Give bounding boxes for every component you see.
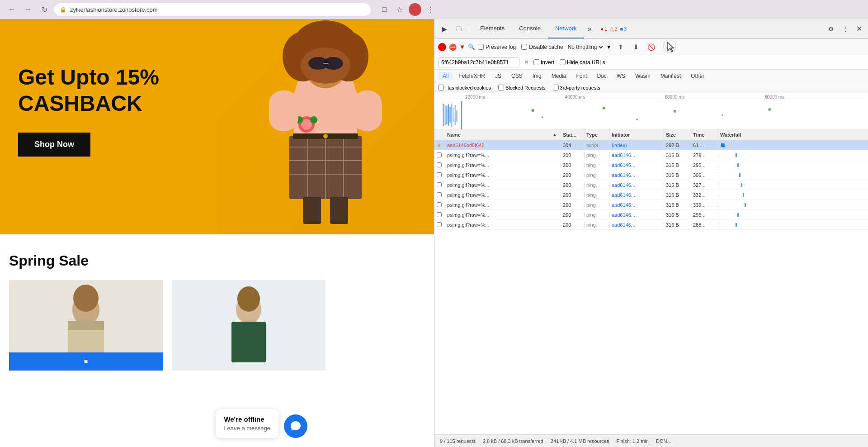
forward-button[interactable]: → (22, 3, 34, 16)
extensions-button[interactable]: □ (378, 3, 391, 16)
row-time: 61 ... (691, 143, 718, 148)
row-checkbox[interactable] (437, 202, 442, 207)
tab-console[interactable]: Console (512, 19, 548, 38)
reload-button[interactable]: ↻ (38, 3, 51, 16)
table-row[interactable]: psimg.gif?raw=%... 200 ping aad6146... 3… (434, 180, 868, 190)
svg-rect-38 (443, 104, 444, 126)
tab-elements[interactable]: Elements (473, 19, 512, 38)
product-card-1: ■ (9, 280, 163, 371)
type-tab-all[interactable]: All (438, 72, 453, 80)
chat-button[interactable] (284, 414, 307, 438)
filter-clear-button[interactable]: ✕ (523, 59, 530, 66)
table-row[interactable]: psimg.gif?raw=%... 200 ping aad6146... 3… (434, 150, 868, 160)
toolbar-separator-1 (469, 24, 469, 34)
browser-actions: □ ☆ ⋮ (378, 3, 437, 16)
row-checkbox[interactable] (437, 222, 442, 227)
type-tab-media[interactable]: Media (547, 72, 571, 80)
type-tab-wasm[interactable]: Wasm (631, 72, 655, 80)
type-tab-css[interactable]: CSS (507, 72, 527, 80)
svg-point-51 (674, 110, 676, 113)
row-name: psimg.gif?raw=%... (443, 182, 561, 188)
filter-input[interactable] (438, 57, 519, 67)
row-size: 316 B (664, 222, 691, 228)
back-button[interactable]: ← (5, 3, 18, 16)
clear-button[interactable]: 🚫 (645, 41, 658, 53)
menu-button[interactable]: ⋮ (424, 3, 437, 16)
shop-now-button[interactable]: Shop Now (18, 133, 90, 157)
type-tab-font[interactable]: Font (571, 72, 591, 80)
tab-more[interactable]: » (584, 19, 595, 38)
product-btn-1[interactable]: ■ (9, 352, 163, 371)
row-initiator: (index) (610, 143, 664, 148)
invert-checkbox[interactable] (533, 59, 539, 65)
address-bar[interactable]: 🔒 zylkerfashionstore.zohostore.com (54, 3, 371, 16)
profile-avatar[interactable] (409, 3, 421, 16)
svg-rect-35 (231, 322, 266, 362)
row-name: psimg.gif?raw=%... (443, 162, 561, 168)
disable-cache-checkbox[interactable] (521, 44, 527, 50)
blocked-requests-label[interactable]: Blocked Requests (498, 85, 546, 90)
svg-rect-45 (455, 105, 456, 125)
table-row[interactable]: psimg.gif?raw=%... 200 ping aad6146... 3… (434, 220, 868, 230)
third-party-label[interactable]: 3rd-party requests (553, 85, 600, 90)
table-row[interactable]: psimg.gif?raw=%... 200 ping aad6146... 3… (434, 170, 868, 180)
devtools-inspect-button[interactable]: ▶ (438, 23, 451, 35)
row-checkbox[interactable] (437, 182, 442, 187)
type-tab-img[interactable]: Img (528, 72, 546, 80)
row-checkbox[interactable] (437, 172, 442, 177)
row-initiator: aad6146... (610, 192, 664, 198)
spring-sale-section: Spring Sale ■ (0, 234, 434, 380)
row-checkbox[interactable] (437, 152, 442, 157)
waterfall-indicator (743, 193, 744, 197)
hide-data-urls-checkbox[interactable] (560, 59, 566, 65)
row-time: 332... (691, 192, 718, 198)
import-button[interactable]: ⬆ (614, 41, 627, 53)
preserve-log-checkbox[interactable] (478, 44, 484, 50)
row-name: psimg.gif?raw=%... (443, 152, 561, 158)
table-row[interactable]: psimg.gif?raw=%... 200 ping aad6146... 3… (434, 210, 868, 220)
has-blocked-label[interactable]: Has blocked cookies (438, 85, 491, 90)
type-tab-ws[interactable]: WS (612, 72, 630, 80)
time-label-2: 40000 ms (565, 95, 665, 100)
row-checkbox[interactable] (437, 162, 442, 167)
preserve-log-label[interactable]: Preserve log (478, 44, 516, 50)
row-checkbox[interactable] (437, 192, 442, 197)
svg-rect-46 (456, 110, 458, 122)
throttle-select[interactable]: No throttling (566, 43, 604, 51)
blocked-requests-checkbox[interactable] (498, 85, 504, 90)
row-type: ping (585, 212, 610, 218)
row-checkbox[interactable] (437, 212, 442, 217)
bookmark-button[interactable]: ☆ (393, 3, 406, 16)
table-row[interactable]: psimg.gif?raw=%... 200 ping aad6146... 3… (434, 200, 868, 210)
table-rows-container: ★ aad6146bd6f642... 304 script (index) 2… (434, 140, 868, 230)
hero-title: Get Upto 15% CASHBACK (18, 64, 159, 116)
record-button[interactable] (438, 43, 446, 51)
tab-network[interactable]: Network (548, 19, 584, 38)
type-tab-fetch[interactable]: Fetch/XHR (454, 72, 490, 80)
hide-data-urls-label[interactable]: Hide data URLs (560, 59, 605, 66)
devtools-more-btn[interactable]: ⋮ (839, 23, 852, 35)
devtools-device-button[interactable]: ☐ (453, 23, 465, 35)
export-button[interactable]: ⬇ (630, 41, 642, 53)
row-size: 316 B (664, 172, 691, 178)
stop-button[interactable]: ⛔ (449, 43, 457, 51)
type-tab-other[interactable]: Other (686, 72, 709, 80)
devtools-close-btn[interactable]: ✕ (854, 24, 864, 34)
type-tab-manifest[interactable]: Manifest (656, 72, 685, 80)
search-button[interactable]: 🔍 (468, 43, 475, 50)
table-row[interactable]: psimg.gif?raw=%... 200 ping aad6146... 3… (434, 190, 868, 200)
table-row[interactable]: psimg.gif?raw=%... 200 ping aad6146... 3… (434, 160, 868, 170)
type-tab-doc[interactable]: Doc (592, 72, 611, 80)
has-blocked-checkbox[interactable] (438, 85, 444, 90)
disable-cache-label[interactable]: Disable cache (521, 44, 563, 50)
row-waterfall (718, 180, 868, 190)
chat-widget: We're offline Leave a message (216, 409, 307, 438)
devtools-settings-btn[interactable]: ⚙ (825, 23, 837, 35)
filter-button[interactable]: ▼ (459, 43, 465, 50)
invert-label[interactable]: Invert (533, 59, 554, 66)
type-tab-js[interactable]: JS (491, 72, 506, 80)
third-party-checkbox[interactable] (553, 85, 559, 90)
row-initiator: aad6146... (610, 152, 664, 158)
table-row[interactable]: ★ aad6146bd6f642... 304 script (index) 2… (434, 140, 868, 150)
waterfall-indicator (737, 163, 739, 167)
